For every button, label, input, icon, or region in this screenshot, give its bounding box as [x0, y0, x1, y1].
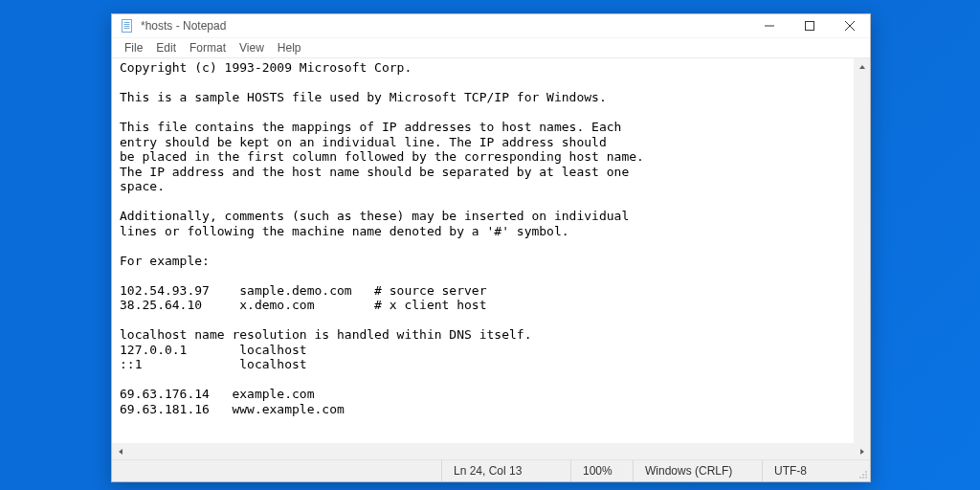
svg-marker-9: [859, 65, 865, 69]
svg-point-13: [862, 474, 864, 476]
svg-marker-11: [860, 449, 864, 455]
scroll-left-button[interactable]: [112, 443, 128, 459]
svg-point-15: [859, 477, 861, 479]
scroll-up-button[interactable]: [854, 58, 870, 75]
svg-marker-10: [119, 449, 122, 455]
svg-point-14: [865, 474, 867, 476]
menu-format[interactable]: Format: [183, 40, 233, 56]
notepad-icon: [120, 18, 135, 33]
status-line-ending: Windows (CRLF): [633, 460, 762, 481]
vertical-scrollbar[interactable]: [854, 58, 870, 443]
close-icon: [845, 21, 855, 31]
chevron-up-icon: [858, 63, 866, 71]
menu-edit[interactable]: Edit: [149, 40, 183, 56]
menubar: File Edit Format View Help: [112, 38, 870, 57]
chevron-left-icon: [117, 448, 124, 456]
svg-point-17: [865, 477, 867, 479]
svg-rect-6: [806, 22, 814, 31]
notepad-window: *hosts - Notepad File Edit Format View H…: [111, 13, 871, 482]
horizontal-scrollbar[interactable]: [112, 443, 870, 459]
titlebar[interactable]: *hosts - Notepad: [112, 14, 870, 38]
scroll-right-button[interactable]: [854, 443, 870, 459]
svg-point-16: [862, 477, 864, 479]
svg-point-12: [865, 471, 867, 473]
desktop-background: *hosts - Notepad File Edit Format View H…: [0, 0, 980, 490]
minimize-button[interactable]: [749, 14, 790, 37]
statusbar: Ln 24, Col 13 100% Windows (CRLF) UTF-8: [112, 459, 870, 481]
window-title: *hosts - Notepad: [141, 19, 749, 33]
chevron-right-icon: [858, 448, 866, 456]
status-cursor-position: Ln 24, Col 13: [441, 460, 570, 481]
editor-area: Copyright (c) 1993-2009 Microsoft Corp. …: [112, 57, 870, 459]
resize-grip[interactable]: [853, 460, 870, 481]
menu-view[interactable]: View: [233, 40, 271, 56]
text-editor[interactable]: Copyright (c) 1993-2009 Microsoft Corp. …: [112, 58, 870, 443]
resize-grip-icon: [858, 470, 868, 479]
status-zoom[interactable]: 100%: [570, 460, 633, 481]
menu-help[interactable]: Help: [271, 40, 308, 56]
close-button[interactable]: [830, 14, 870, 37]
status-spacer: [112, 460, 441, 481]
maximize-button[interactable]: [790, 14, 830, 37]
menu-file[interactable]: File: [118, 40, 149, 56]
minimize-icon: [765, 21, 774, 31]
status-encoding: UTF-8: [762, 460, 853, 481]
maximize-icon: [805, 21, 814, 31]
window-controls: [749, 14, 870, 37]
